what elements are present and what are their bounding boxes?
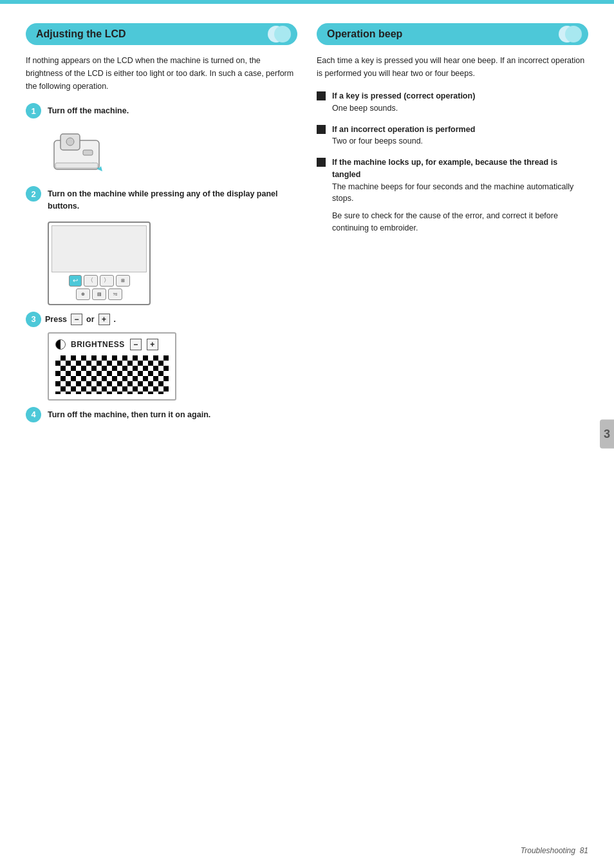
svg-rect-3 <box>83 150 93 155</box>
step-4-text: Turn off the machine, then turn it on ag… <box>48 407 210 421</box>
left-section-header: Adjusting the LCD <box>26 23 297 45</box>
bullet-desc-3-line1: The machine beeps for four seconds and t… <box>332 181 588 205</box>
step-3-press: Press <box>45 315 67 324</box>
brightness-plus-btn[interactable]: + <box>147 339 158 350</box>
step-1-item: 1 Turn off the machine. <box>26 103 297 118</box>
machine-illustration <box>48 127 297 181</box>
bullet-content-3: If the machine locks up, for example, be… <box>332 156 588 234</box>
panel-row-1: ↩ 〈 〉 ⊞ <box>51 275 147 287</box>
right-section-header: Operation beep <box>317 23 588 45</box>
bullet-desc-3-line2: Be sure to check for the cause of the er… <box>332 210 588 234</box>
panel-left-btn: 〈 <box>84 275 98 287</box>
bullet-list: If a key is pressed (correct operation) … <box>317 90 588 234</box>
step-3-circle: 3 <box>26 312 41 327</box>
left-section-title: Adjusting the LCD <box>36 28 126 40</box>
panel-btn-a: ⊕ <box>76 288 90 300</box>
panel-box: ↩ 〈 〉 ⊞ ⊕ ▤ ?≡ <box>48 222 151 305</box>
bullet-title-3: If the machine locks up, for example, be… <box>332 156 588 181</box>
page-footer: Troubleshooting 81 <box>521 846 588 855</box>
bullet-item-1: If a key is pressed (correct operation) … <box>317 90 588 115</box>
step-3-line: 3 Press − or + . <box>26 312 297 327</box>
step-2-text: Turn on the machine while pressing any o… <box>48 186 297 212</box>
bullet-title-2: If an incorrect operation is performed <box>332 124 588 136</box>
panel-btn-b: ▤ <box>92 288 106 300</box>
step-1-circle: 1 <box>26 103 41 118</box>
page-content: Adjusting the LCD If nothing appears on … <box>0 4 614 451</box>
bullet-desc-1: One beep sounds. <box>332 102 588 115</box>
step-2-item: 2 Turn on the machine while pressing any… <box>26 186 297 212</box>
footer-text: Troubleshooting <box>521 846 575 855</box>
panel-grid-btn: ⊞ <box>116 275 130 287</box>
right-intro-text: Each time a key is pressed you will hear… <box>317 54 588 80</box>
panel-btn-c: ?≡ <box>108 288 122 300</box>
step-4-circle: 4 <box>26 407 41 422</box>
bullet-square-3 <box>317 158 326 167</box>
bullet-content-2: If an incorrect operation is performed T… <box>332 124 588 148</box>
panel-screen <box>51 225 147 272</box>
panel-illustration: ↩ 〈 〉 ⊞ ⊕ ▤ ?≡ <box>48 222 297 305</box>
svg-rect-6 <box>55 163 98 168</box>
chapter-tab: 3 <box>600 420 614 449</box>
right-column: Operation beep Each time a key is presse… <box>317 23 588 431</box>
bullet-square-1 <box>317 91 326 100</box>
checkerboard-preview <box>55 355 169 394</box>
footer-page: 81 <box>580 846 588 855</box>
step-4-item: 4 Turn off the machine, then turn it on … <box>26 407 297 422</box>
step-3-or: or <box>86 315 95 324</box>
machine-svg <box>48 127 112 179</box>
left-intro-text: If nothing appears on the LCD when the m… <box>26 54 297 93</box>
right-section-title: Operation beep <box>327 28 402 40</box>
bullet-square-2 <box>317 125 326 134</box>
brightness-minus-btn[interactable]: − <box>130 339 142 350</box>
svg-point-2 <box>66 138 74 146</box>
left-column: Adjusting the LCD If nothing appears on … <box>26 23 297 431</box>
panel-row-2: ⊕ ▤ ?≡ <box>51 288 147 300</box>
bullet-content-1: If a key is pressed (correct operation) … <box>332 90 588 115</box>
bullet-title-1: If a key is pressed (correct operation) <box>332 90 588 102</box>
bullet-desc-2: Two or four beeps sound. <box>332 135 588 147</box>
step-2-circle: 2 <box>26 186 41 202</box>
brightness-top-row: BRIGHTNESS − + <box>55 339 169 350</box>
bullet-item-3: If the machine locks up, for example, be… <box>317 156 588 234</box>
step-3-item: 3 Press − or + . BRIGHTNESS − + <box>26 312 297 401</box>
panel-right-btn: 〉 <box>100 275 114 287</box>
bullet-item-2: If an incorrect operation is performed T… <box>317 124 588 148</box>
plus-button-inline: + <box>98 314 110 325</box>
half-circle-icon <box>55 339 66 350</box>
minus-button-inline: − <box>71 314 82 325</box>
brightness-box: BRIGHTNESS − + <box>48 332 176 401</box>
step-1-text: Turn off the machine. <box>48 103 129 117</box>
panel-back-btn: ↩ <box>69 275 82 287</box>
brightness-label: BRIGHTNESS <box>71 340 125 349</box>
